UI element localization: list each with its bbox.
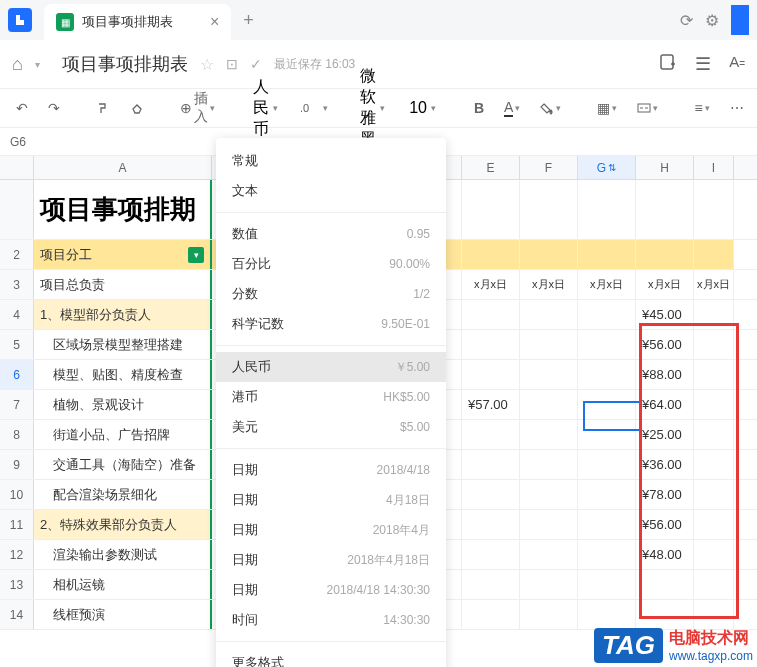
cell[interactable] <box>578 570 636 599</box>
cell[interactable] <box>578 600 636 629</box>
cell[interactable] <box>462 480 520 509</box>
cell[interactable] <box>578 480 636 509</box>
col-header-a[interactable]: A <box>34 156 212 179</box>
cell[interactable] <box>520 480 578 509</box>
more-button[interactable]: ⋯ <box>724 96 750 120</box>
col-header-h[interactable]: H <box>636 156 694 179</box>
cell[interactable]: ¥48.00 <box>636 540 694 569</box>
format-menu-item[interactable]: 人民币￥5.00 <box>216 352 446 382</box>
cell[interactable]: 渲染输出参数测试 <box>34 540 212 569</box>
row-header[interactable]: 8 <box>0 420 34 449</box>
row-header[interactable]: 13 <box>0 570 34 599</box>
cell[interactable]: 项目总负责 <box>34 270 212 299</box>
cell[interactable]: ¥88.00 <box>636 360 694 389</box>
cell[interactable] <box>462 570 520 599</box>
format-menu-item[interactable]: 更多格式 <box>216 648 446 667</box>
cell[interactable] <box>578 330 636 359</box>
row-header[interactable]: 14 <box>0 600 34 629</box>
format-menu-item[interactable]: 美元$5.00 <box>216 412 446 442</box>
row-header[interactable]: 4 <box>0 300 34 329</box>
cell[interactable] <box>462 330 520 359</box>
row-header[interactable]: 2 <box>0 240 34 269</box>
text-format-icon[interactable]: A= <box>729 53 745 75</box>
col-header-f[interactable]: F <box>520 156 578 179</box>
row-header[interactable]: 9 <box>0 450 34 479</box>
cell[interactable] <box>694 450 734 479</box>
home-icon[interactable]: ⌂ <box>12 54 23 75</box>
row-header[interactable]: 5 <box>0 330 34 359</box>
user-avatar[interactable] <box>731 5 749 35</box>
folder-icon[interactable]: ⊡ <box>226 56 238 72</box>
cell[interactable] <box>520 300 578 329</box>
cell[interactable]: 配合渲染场景细化 <box>34 480 212 509</box>
row-header[interactable]: 10 <box>0 480 34 509</box>
decimal-dropdown[interactable]: ▾ <box>323 103 328 113</box>
cell[interactable] <box>636 600 694 629</box>
fill-color-button[interactable]: ▾ <box>534 97 567 119</box>
cell[interactable]: 街道小品、广告招牌 <box>34 420 212 449</box>
cell[interactable] <box>694 420 734 449</box>
paint-format-button[interactable] <box>90 97 116 119</box>
cell[interactable] <box>520 390 578 419</box>
bold-button[interactable]: B <box>468 96 490 120</box>
cell[interactable]: 2、特殊效果部分负责人 <box>34 510 212 539</box>
format-menu-item[interactable]: 日期2018/4/18 14:30:30 <box>216 575 446 605</box>
redo-button[interactable]: ↷ <box>42 96 66 120</box>
cell[interactable]: ¥25.00 <box>636 420 694 449</box>
cell[interactable] <box>520 420 578 449</box>
row-header[interactable]: 7 <box>0 390 34 419</box>
decimal-button[interactable]: .0 <box>294 98 315 118</box>
cell[interactable]: ¥57.00 <box>462 390 520 419</box>
cell[interactable] <box>694 330 734 359</box>
cell[interactable] <box>694 540 734 569</box>
cell[interactable] <box>462 420 520 449</box>
cell[interactable] <box>636 570 694 599</box>
add-tab-button[interactable]: + <box>243 10 254 31</box>
sync-icon[interactable]: ⟳ <box>680 11 693 30</box>
cell[interactable]: 区域场景模型整理搭建 <box>34 330 212 359</box>
cell[interactable] <box>578 510 636 539</box>
cell[interactable]: ¥56.00 <box>636 510 694 539</box>
format-menu-item[interactable]: 分数1/2 <box>216 279 446 309</box>
cell[interactable] <box>462 600 520 629</box>
document-tab[interactable]: ▦ 项目事项排期表 × <box>44 4 231 40</box>
cell[interactable] <box>520 600 578 629</box>
row-header[interactable]: 6 <box>0 360 34 389</box>
merge-button[interactable]: ▾ <box>631 99 664 117</box>
select-all-corner[interactable] <box>0 156 34 179</box>
format-menu-item[interactable]: 常规 <box>216 146 446 176</box>
settings-icon[interactable]: ⚙ <box>705 11 719 30</box>
row-header[interactable] <box>0 180 34 239</box>
format-menu-item[interactable]: 时间14:30:30 <box>216 605 446 635</box>
cell[interactable] <box>694 600 734 629</box>
cell[interactable]: 模型、贴图、精度检查 <box>34 360 212 389</box>
cell[interactable] <box>694 360 734 389</box>
cell[interactable]: 植物、景观设计 <box>34 390 212 419</box>
border-button[interactable]: ▦▾ <box>591 96 623 120</box>
font-size-selector[interactable]: 10▾ <box>401 95 444 121</box>
cell[interactable] <box>520 510 578 539</box>
cell[interactable] <box>578 540 636 569</box>
cell[interactable] <box>694 390 734 419</box>
col-header-g[interactable]: G⇅ <box>578 156 636 179</box>
format-menu-item[interactable]: 日期2018年4月 <box>216 515 446 545</box>
format-menu-item[interactable]: 科学记数9.50E-01 <box>216 309 446 339</box>
col-header-e[interactable]: E <box>462 156 520 179</box>
cell[interactable] <box>520 570 578 599</box>
sheet-title-cell[interactable]: 项目事项排期 <box>34 180 212 239</box>
format-menu-item[interactable]: 文本 <box>216 176 446 206</box>
cell[interactable]: 交通工具（海陆空）准备 <box>34 450 212 479</box>
cell[interactable] <box>694 570 734 599</box>
format-menu-item[interactable]: 日期4月18日 <box>216 485 446 515</box>
cell[interactable] <box>520 540 578 569</box>
filter-badge-icon[interactable]: ▾ <box>188 247 204 263</box>
section-header-cell[interactable]: 项目分工 ▾ <box>34 240 212 269</box>
row-header[interactable]: 11 <box>0 510 34 539</box>
format-menu-item[interactable]: 港币HK$5.00 <box>216 382 446 412</box>
cell[interactable]: 线框预演 <box>34 600 212 629</box>
format-menu-item[interactable]: 日期2018/4/18 <box>216 455 446 485</box>
add-note-icon[interactable] <box>659 53 677 75</box>
cell[interactable]: ¥36.00 <box>636 450 694 479</box>
cell[interactable]: ¥78.00 <box>636 480 694 509</box>
cell[interactable] <box>462 450 520 479</box>
